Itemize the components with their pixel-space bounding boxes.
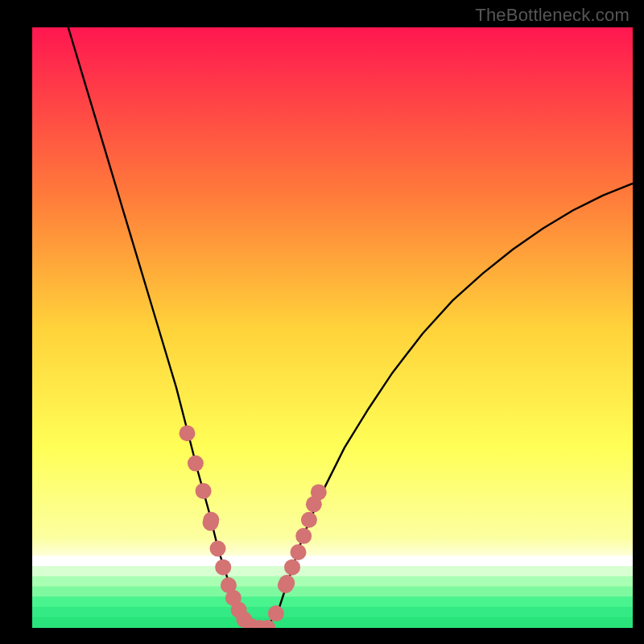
highlight-dot xyxy=(311,484,327,500)
color-band xyxy=(32,555,633,566)
highlight-dot xyxy=(301,512,317,528)
color-band xyxy=(32,587,633,597)
chart-stage: TheBottleneck.com xyxy=(0,0,644,644)
highlight-dot xyxy=(215,559,231,576)
color-band xyxy=(32,576,633,587)
gradient-background xyxy=(32,27,633,628)
highlight-dot xyxy=(268,605,284,621)
highlight-dot xyxy=(284,559,300,576)
color-band xyxy=(32,607,633,617)
highlight-dot xyxy=(290,544,306,560)
highlight-dot xyxy=(179,425,195,441)
color-band xyxy=(32,566,633,576)
highlight-dot xyxy=(188,456,204,472)
color-band xyxy=(32,617,633,628)
highlight-dot xyxy=(203,514,219,530)
highlight-dot xyxy=(279,575,295,591)
highlight-dot xyxy=(295,528,312,544)
highlight-dot xyxy=(210,541,226,557)
plot-area xyxy=(32,27,633,628)
plot-svg xyxy=(32,27,633,628)
highlight-dot xyxy=(196,483,212,499)
bottom-color-bands xyxy=(32,555,633,627)
watermark-text: TheBottleneck.com xyxy=(475,5,630,26)
color-band xyxy=(32,597,633,607)
